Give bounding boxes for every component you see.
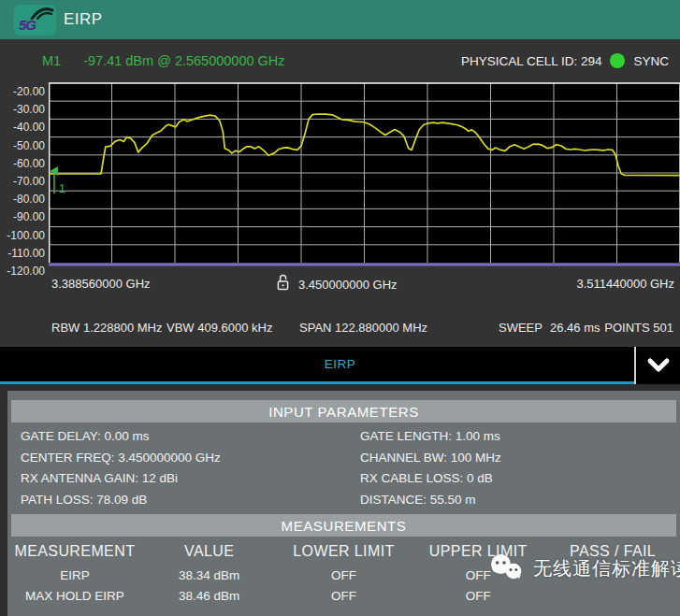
collapse-panel-button[interactable]	[634, 347, 680, 384]
y-tick: -50.00	[0, 139, 45, 152]
y-tick: -40.00	[0, 121, 45, 134]
param-path-loss: PATH LOSS: 78.09 dB	[21, 493, 147, 509]
y-tick: -110.00	[0, 247, 45, 260]
tab-eirp[interactable]: EIRP	[325, 357, 356, 371]
input-parameters-header: INPUT PARAMETERS	[11, 400, 676, 423]
param-rx-antenna-gain: RX ANTENNA GAIN: 12 dBi	[21, 471, 178, 488]
y-tick: -90.00	[0, 210, 45, 223]
param-channel-bw: CHANNEL BW: 100 MHz	[360, 451, 501, 467]
cell-value: 38.46 dBm	[142, 589, 277, 603]
analyzer-screen: 5G EIRP M1 -97.41 dBm @ 2.565000000 GHz …	[0, 0, 680, 616]
y-tick: -80.00	[0, 193, 45, 206]
cell-lower-limit: OFF	[277, 589, 412, 603]
y-tick: -30.00	[0, 103, 45, 116]
x-axis: 3.388560000 GHz 3.450000000 GHz 3.511440…	[0, 274, 680, 294]
y-tick: -20.00	[0, 85, 45, 98]
table-row-max-hold-eirp: MAX HOLD EIRP 38.46 dBm OFF OFF	[7, 589, 680, 603]
sweep-status-row: RBW 1.228800 MHz VBW 409.6000 kHz SPAN 1…	[0, 308, 680, 347]
5g-app-icon[interactable]: 5G	[14, 5, 56, 36]
marker-value: -97.41 dBm @ 2.565000000 GHz	[83, 53, 284, 68]
x-center-frequency-group[interactable]: 3.450000000 GHz	[276, 274, 398, 292]
points-readout: POINTS 501	[604, 321, 673, 335]
col-measurement: MEASUREMENT	[7, 543, 142, 560]
marker-label: M1	[42, 53, 61, 68]
cell-measurement: EIRP	[7, 568, 142, 582]
cell-measurement: MAX HOLD EIRP	[7, 589, 142, 603]
param-gate-length: GATE LENGTH: 1.00 ms	[360, 429, 500, 446]
page-title: EIRP	[64, 0, 103, 39]
app-header: 5G EIRP	[0, 0, 680, 39]
spectrum-plot[interactable]: 1	[49, 82, 680, 267]
x-center-frequency: 3.450000000 GHz	[298, 275, 398, 292]
col-lower-limit: LOWER LIMIT	[277, 543, 412, 560]
marker-row: M1 -97.41 dBm @ 2.565000000 GHz PHYSICAL…	[0, 39, 680, 82]
param-center-freq: CENTER FREQ: 3.450000000 GHz	[21, 451, 221, 467]
cell-sync-status: PHYSICAL CELL ID: 294 SYNC	[461, 39, 669, 82]
marker-readout[interactable]: M1 -97.41 dBm @ 2.565000000 GHz	[42, 39, 285, 82]
measurement-tab-bar: EIRP	[0, 347, 680, 384]
x-stop-frequency: 3.511440000 GHz	[576, 277, 674, 291]
param-rx-cable-loss: RX CABLE LOSS: 0 dB	[360, 471, 493, 488]
sweep-label: SWEEP	[499, 321, 543, 335]
physical-cell-id: PHYSICAL CELL ID: 294	[461, 54, 602, 68]
watermark-text: 无线通信标准解读	[533, 556, 680, 581]
wechat-icon	[488, 553, 526, 584]
cell-pass-fail	[545, 589, 680, 603]
param-distance: DISTANCE: 55.50 m	[360, 493, 476, 509]
rbw-readout: RBW 1.228800 MHz	[51, 321, 163, 335]
cell-value: 38.34 dBm	[142, 568, 277, 582]
x-start-frequency: 3.388560000 GHz	[51, 277, 151, 291]
col-value: VALUE	[142, 543, 277, 560]
y-tick: -100.00	[0, 229, 45, 242]
y-tick: -70.00	[0, 175, 45, 188]
cell-upper-limit: OFF	[411, 589, 545, 603]
span-readout: SPAN 122.880000 MHz	[299, 321, 427, 335]
watermark: 无线通信标准解读	[488, 553, 680, 584]
sync-status-dot	[610, 53, 625, 68]
measurements-header: MEASUREMENTS	[11, 514, 676, 537]
sweep-time-readout: 26.46 ms	[550, 321, 600, 335]
vbw-readout: VBW 409.6000 kHz	[166, 321, 272, 335]
5g-logo-label: 5G	[19, 17, 36, 33]
spectrum-chart-area[interactable]: -20.00 -30.00 -40.00 -50.00 -60.00 -70.0…	[0, 82, 680, 308]
chevron-down-icon	[646, 357, 671, 374]
svg-text:1: 1	[59, 182, 65, 195]
y-tick: -60.00	[0, 157, 45, 170]
sync-label: SYNC	[633, 54, 669, 68]
param-gate-delay: GATE DELAY: 0.00 ms	[21, 429, 150, 446]
unlock-icon	[276, 274, 290, 292]
cell-lower-limit: OFF	[277, 568, 412, 582]
